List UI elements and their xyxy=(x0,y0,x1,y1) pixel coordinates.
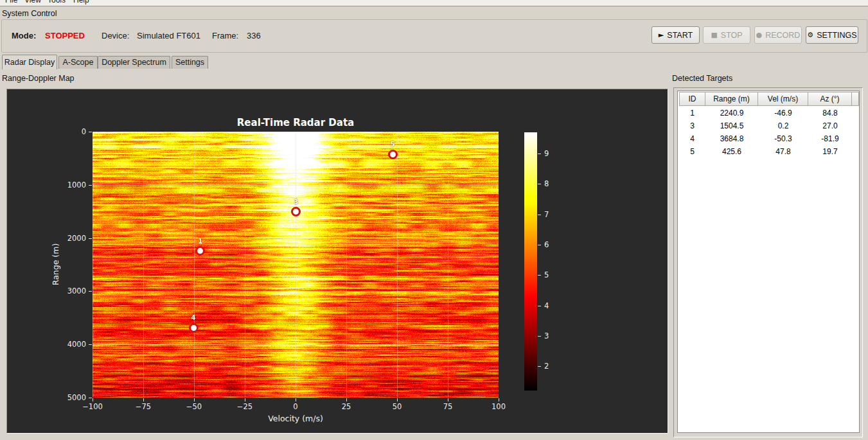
table-row[interactable]: 12240.9-46.984.8 xyxy=(678,107,859,119)
table-body: 12240.9-46.984.831504.50.227.043684.8-50… xyxy=(678,107,859,158)
column-header[interactable]: Range (m) xyxy=(705,92,758,106)
colorbar-tick-mark xyxy=(538,154,541,154)
target-marker-label: 3 xyxy=(287,198,306,206)
colorbar-tick-mark xyxy=(538,275,541,276)
y-tick-mark xyxy=(89,238,92,239)
detected-targets-label: Detected Targets xyxy=(672,74,732,83)
colorbar xyxy=(524,132,537,391)
column-header[interactable]: Az (°) xyxy=(808,92,852,106)
settings-button[interactable]: ⚙SETTINGS xyxy=(806,26,858,44)
table-cell: -81.9 xyxy=(808,132,852,145)
x-tick-label: −75 xyxy=(124,402,163,411)
target-marker[interactable] xyxy=(189,323,199,333)
table-cell: 425.6 xyxy=(705,145,758,158)
colorbar-tick-label: 2 xyxy=(544,362,549,371)
button-label: RECORD xyxy=(765,31,800,40)
column-header[interactable]: Vel (m/s) xyxy=(758,92,808,106)
y-tick-mark xyxy=(89,344,92,345)
colorbar-tick-label: 8 xyxy=(544,179,549,188)
x-tick-label: 0 xyxy=(276,402,315,411)
range-doppler-map-label: Range-Doppler Map xyxy=(2,74,75,83)
stop-button: ■STOP xyxy=(703,26,750,44)
table-row[interactable]: 5425.647.819.7 xyxy=(678,145,859,158)
table-cell: 0.2 xyxy=(758,119,808,132)
table-cell: 3684.8 xyxy=(705,132,758,145)
target-marker-label: 5 xyxy=(383,141,402,148)
frame-value: 336 xyxy=(247,31,261,40)
table-cell: -46.9 xyxy=(758,107,808,119)
y-tick-mark xyxy=(89,185,92,186)
y-tick-label: 1000 xyxy=(48,180,86,189)
tab-radar-display[interactable]: Radar Display xyxy=(2,55,57,69)
y-axis-label: Range (m) xyxy=(51,236,60,294)
tab-settings[interactable]: Settings xyxy=(172,56,208,69)
table-cell: 3 xyxy=(679,119,705,132)
table-cell: 2240.9 xyxy=(705,107,758,119)
colorbar-tick-label: 5 xyxy=(544,270,549,279)
menu-item-tools[interactable]: Tools xyxy=(48,0,66,4)
x-tick-mark xyxy=(448,398,448,401)
range-doppler-plot-panel: Real-Time Radar Data Velocity (m/s) Rang… xyxy=(6,89,668,434)
x-tick-mark xyxy=(93,398,93,401)
colorbar-tick-label: 4 xyxy=(544,301,549,310)
stop-icon: ■ xyxy=(711,31,717,39)
table-cell: -50.3 xyxy=(758,132,808,145)
table-cell: 47.8 xyxy=(758,145,808,158)
button-label: SETTINGS xyxy=(817,31,857,40)
record-icon: ● xyxy=(756,31,763,39)
colorbar-tick-label: 6 xyxy=(544,240,549,249)
table-row[interactable]: 31504.50.227.0 xyxy=(678,119,859,132)
colorbar-tick-mark xyxy=(538,336,541,337)
device-label: Device: xyxy=(102,31,129,40)
colorbar-tick-mark xyxy=(538,215,541,215)
detected-targets-table[interactable]: IDRange (m)Vel (m/s)Az (°) 12240.9-46.98… xyxy=(677,91,860,433)
tab-a-scope[interactable]: A-Scope xyxy=(58,56,98,69)
table-cell: 1504.5 xyxy=(705,119,758,132)
y-tick-mark xyxy=(89,291,92,292)
column-header[interactable]: ID xyxy=(679,92,705,106)
table-cell: 27.0 xyxy=(808,119,852,132)
menu-item-file[interactable]: File xyxy=(5,0,17,4)
plot-title: Real-Time Radar Data xyxy=(93,117,499,128)
mode-label: Mode: xyxy=(12,31,36,40)
table-cell: 19.7 xyxy=(808,145,852,158)
x-tick-mark xyxy=(346,398,347,401)
y-tick-label: 4000 xyxy=(48,340,86,349)
table-cell: 5 xyxy=(679,145,705,158)
device-value: Simulated FT601 xyxy=(137,31,200,40)
menu-item-help[interactable]: Help xyxy=(73,0,89,4)
x-tick-mark xyxy=(397,398,398,401)
table-cell: 84.8 xyxy=(808,107,852,119)
menu-bar: FileViewToolsHelp xyxy=(0,0,868,6)
colorbar-tick-label: 3 xyxy=(544,331,549,340)
target-marker-label: 1 xyxy=(191,238,210,245)
colorbar-tick-label: 9 xyxy=(544,149,549,158)
table-row[interactable]: 43684.8-50.3-81.9 xyxy=(678,132,859,145)
x-tick-label: −50 xyxy=(175,402,213,411)
x-tick-label: 25 xyxy=(327,402,366,411)
y-tick-label: 3000 xyxy=(48,286,86,295)
button-label: START xyxy=(667,31,693,40)
y-tick-label: 2000 xyxy=(48,234,86,243)
x-tick-mark xyxy=(194,398,195,401)
tab-doppler-spectrum[interactable]: Doppler Spectrum xyxy=(98,56,170,69)
x-tick-label: −25 xyxy=(226,402,264,411)
colorbar-tick-mark xyxy=(538,184,541,184)
x-tick-mark xyxy=(143,398,144,401)
y-tick-label: 5000 xyxy=(48,393,86,402)
y-tick-mark xyxy=(89,398,92,398)
colorbar-tick-mark xyxy=(538,366,541,367)
target-marker[interactable] xyxy=(388,150,398,159)
table-header-row: IDRange (m)Vel (m/s)Az (°) xyxy=(678,91,859,107)
frame-label: Frame: xyxy=(212,31,238,40)
menu-item-view[interactable]: View xyxy=(24,0,41,4)
start-button[interactable]: ►START xyxy=(651,26,700,44)
table-cell: 4 xyxy=(679,132,705,145)
x-tick-mark xyxy=(499,398,499,401)
target-marker-label: 4 xyxy=(184,314,203,321)
mode-value: STOPPED xyxy=(45,31,85,40)
record-button: ●RECORD xyxy=(754,26,802,44)
range-doppler-heatmap[interactable] xyxy=(93,132,499,398)
button-label: STOP xyxy=(721,31,743,40)
x-tick-label: −100 xyxy=(73,402,112,411)
